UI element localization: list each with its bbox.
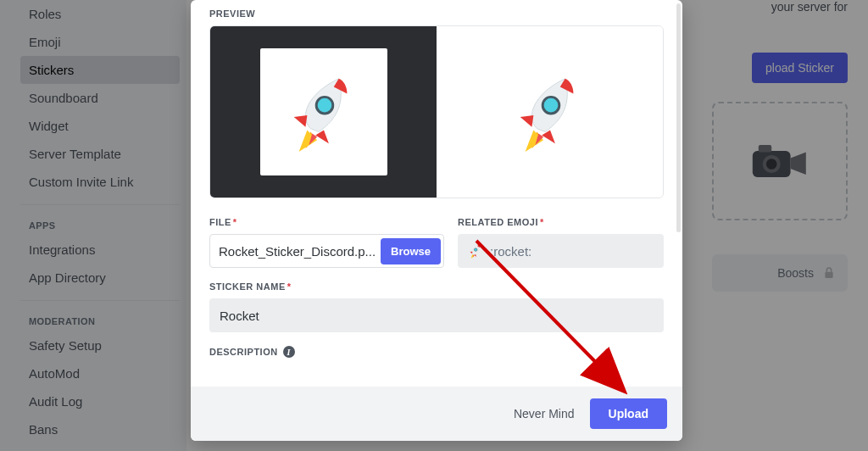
- camera-icon: [750, 140, 810, 182]
- sidebar-item-roles[interactable]: Roles: [20, 0, 180, 28]
- sticker-slot[interactable]: [712, 102, 848, 220]
- rocket-icon: [282, 70, 365, 153]
- sidebar-item-integrations[interactable]: Integrations: [20, 236, 180, 264]
- rocket-icon: [509, 70, 592, 153]
- sidebar-item-stickers[interactable]: Stickers: [20, 56, 180, 84]
- boosts-label: Boosts: [777, 266, 814, 280]
- sidebar-item-automod[interactable]: AutoMod: [20, 359, 180, 387]
- related-emoji-input[interactable]: :rocket:: [458, 234, 664, 268]
- file-name: Rocket_Sticker_Discord.p...: [219, 244, 376, 259]
- sidebar-item-app-directory[interactable]: App Directory: [20, 264, 180, 292]
- upload-sticker-modal: Preview File* Rocket_Sticker_Discord.p..…: [191, 0, 682, 441]
- sidebar-item-server-template[interactable]: Server Template: [20, 140, 180, 168]
- modal-footer: Never Mind Upload: [191, 387, 682, 441]
- file-label: File*: [209, 217, 444, 227]
- sidebar-item-soundboard[interactable]: Soundboard: [20, 84, 180, 112]
- boosts-bar: Boosts: [712, 254, 848, 292]
- related-emoji-label: Related Emoji*: [458, 217, 664, 227]
- sidebar-item-emoji[interactable]: Emoji: [20, 28, 180, 56]
- preview-row: [209, 25, 664, 198]
- file-picker: Rocket_Sticker_Discord.p... Browse: [209, 234, 444, 268]
- sidebar-heading-apps: Apps: [20, 204, 180, 236]
- browse-button[interactable]: Browse: [381, 238, 441, 264]
- preview-light-pane: [437, 26, 663, 198]
- sticker-name-label: Sticker Name*: [209, 281, 664, 292]
- never-mind-button[interactable]: Never Mind: [514, 407, 575, 420]
- sidebar-item-custom-invite-link[interactable]: Custom Invite Link: [20, 168, 180, 196]
- modal-scrollbar[interactable]: [676, 3, 681, 232]
- sidebar-item-audit-log[interactable]: Audit Log: [20, 387, 180, 415]
- rocket-icon: [468, 243, 483, 259]
- preview-label: Preview: [209, 8, 664, 19]
- info-icon: i: [283, 346, 295, 358]
- sticker-name-input[interactable]: [209, 298, 664, 332]
- sidebar-item-safety-setup[interactable]: Safety Setup: [20, 331, 180, 359]
- preview-dark-pane: [210, 26, 437, 198]
- sidebar-item-widget[interactable]: Widget: [20, 112, 180, 140]
- emoji-shortcode: :rocket:: [490, 244, 531, 259]
- upload-sticker-button[interactable]: pload Sticker: [752, 53, 848, 83]
- sidebar-heading-moderation: Moderation: [20, 300, 180, 331]
- description-label: Description: [209, 347, 278, 357]
- page-blurb-fragment: your server for: [771, 0, 848, 14]
- upload-button[interactable]: Upload: [590, 398, 667, 429]
- lock-icon: [822, 266, 836, 280]
- sidebar-item-bans[interactable]: Bans: [20, 415, 180, 443]
- settings-sidebar: Roles Emoji Stickers Soundboard Widget S…: [0, 0, 186, 451]
